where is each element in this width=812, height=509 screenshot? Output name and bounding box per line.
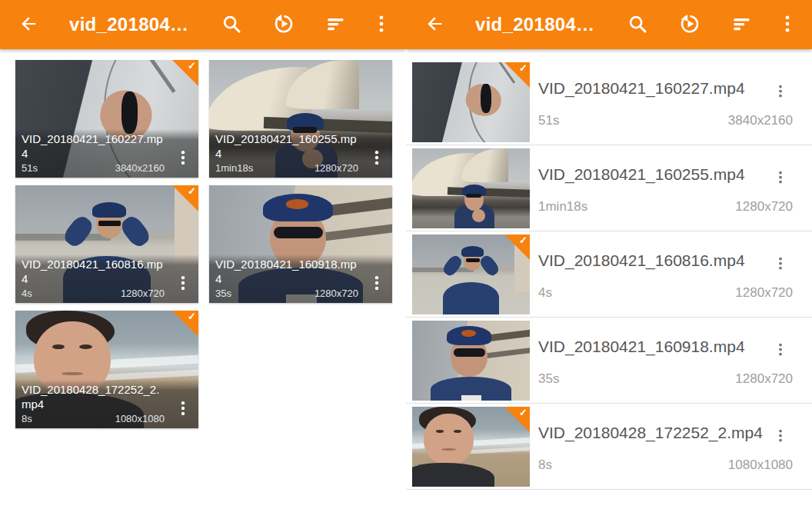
back-button[interactable] bbox=[423, 0, 446, 49]
video-list: ✓ VID_20180421_160227.mp4 51s 3840x2160 … bbox=[406, 49, 812, 490]
thumb-art bbox=[15, 234, 111, 241]
item-menu-button[interactable] bbox=[770, 425, 790, 448]
search-button[interactable] bbox=[612, 0, 663, 49]
thumbnail-image bbox=[412, 62, 530, 142]
thumbnail-image bbox=[412, 407, 530, 487]
video-thumbnail: ✓ bbox=[412, 321, 530, 401]
resume-playback-icon bbox=[678, 12, 701, 38]
thumb-art bbox=[466, 194, 481, 198]
video-duration: 4s bbox=[538, 285, 552, 301]
thumb-art bbox=[441, 254, 464, 278]
item-menu-button[interactable] bbox=[770, 81, 790, 104]
video-filename: VID_20180421_160255.mp4 bbox=[538, 165, 745, 184]
item-menu-button[interactable] bbox=[174, 396, 192, 422]
resume-playback-button[interactable] bbox=[663, 0, 717, 49]
overflow-menu-button[interactable] bbox=[361, 0, 401, 49]
video-filename: VID_20180421_160918.mp4 bbox=[538, 338, 745, 356]
video-filename: VID_20180428_172252_2.mp4 bbox=[22, 382, 166, 411]
video-info-overlay: VID_20180421_160918.mp4 35s1280x720 bbox=[209, 254, 392, 303]
video-grid-item[interactable]: ✓ VID_20180421_160918.mp4 35s1280x720 bbox=[209, 185, 392, 303]
video-duration: 1min18s bbox=[538, 199, 587, 215]
video-filename: VID_20180421_160227.mp4 bbox=[22, 131, 166, 161]
back-arrow-icon bbox=[424, 13, 445, 37]
more-options-icon bbox=[771, 167, 790, 191]
item-menu-button[interactable] bbox=[770, 339, 790, 362]
more-options-icon bbox=[175, 271, 191, 298]
resume-playback-button[interactable] bbox=[257, 0, 311, 49]
thumb-art bbox=[286, 199, 308, 208]
thumb-art bbox=[62, 213, 96, 249]
video-thumbnail: ✓ bbox=[412, 235, 530, 314]
video-thumbnail: ✓ bbox=[412, 148, 530, 228]
video-duration: 35s bbox=[538, 371, 559, 387]
app-window: vid_201804… ✓ VID_20180421_160227 bbox=[0, 0, 812, 509]
check-icon: ✓ bbox=[188, 61, 196, 71]
video-filename: VID_20180421_160816.mp4 bbox=[538, 251, 745, 270]
video-resolution: 1280x720 bbox=[735, 371, 793, 387]
more-options-icon bbox=[777, 13, 798, 37]
back-arrow-icon bbox=[18, 13, 39, 37]
item-menu-button[interactable] bbox=[770, 253, 790, 276]
check-icon: ✓ bbox=[519, 235, 527, 245]
video-filename: VID_20180421_160918.mp4 bbox=[215, 257, 360, 286]
item-menu-button[interactable] bbox=[174, 271, 192, 297]
thumb-art bbox=[472, 209, 485, 222]
check-icon: ✓ bbox=[188, 311, 196, 321]
thumb-art bbox=[461, 395, 481, 401]
video-list-item[interactable]: ✓ VID_20180421_160227.mp4 51s 3840x2160 bbox=[406, 59, 812, 145]
sort-button[interactable] bbox=[311, 0, 361, 49]
video-grid-item[interactable]: ✓ VID_20180428_172252_2.mp4 8s1080x1080 bbox=[15, 311, 198, 428]
more-options-icon bbox=[175, 396, 191, 423]
item-menu-button[interactable] bbox=[174, 145, 192, 171]
page-title: vid_201804… bbox=[475, 14, 612, 35]
thumbnail-image bbox=[412, 148, 530, 228]
more-options-icon bbox=[175, 145, 191, 172]
item-menu-button[interactable] bbox=[368, 271, 386, 297]
sort-button[interactable] bbox=[717, 0, 767, 49]
resume-playback-icon bbox=[272, 12, 295, 38]
video-duration: 51s bbox=[22, 162, 38, 174]
item-menu-button[interactable] bbox=[770, 167, 790, 190]
more-options-icon bbox=[771, 81, 790, 105]
thumb-art bbox=[424, 414, 473, 465]
thumb-art bbox=[461, 246, 483, 257]
video-filename: VID_20180421_160816.mp4 bbox=[22, 257, 166, 286]
video-resolution: 1280x720 bbox=[314, 288, 358, 299]
video-list-item[interactable]: ✓ VID_20180428_172252_2.mp4 8s 1080x1080 bbox=[406, 404, 812, 490]
app-toolbar: vid_201804… bbox=[0, 0, 406, 49]
item-menu-button[interactable] bbox=[368, 145, 386, 171]
video-filename: VID_20180421_160227.mp4 bbox=[538, 79, 745, 98]
thumb-art bbox=[121, 91, 138, 134]
search-icon bbox=[626, 12, 649, 38]
grid-view-panel: vid_201804… ✓ VID_20180421_160227 bbox=[0, 0, 406, 509]
sort-icon bbox=[730, 12, 754, 38]
video-info-overlay: VID_20180428_172252_2.mp4 8s1080x1080 bbox=[15, 380, 198, 428]
video-grid-item[interactable]: ✓ VID_20180421_160255.mp4 1min18s1280x72… bbox=[209, 60, 392, 178]
video-list-item[interactable]: ✓ VID_20180421_160816.mp4 4s 1280x720 bbox=[406, 231, 812, 318]
video-list-item[interactable]: ✓ VID_20180421_160918.mp4 35s 1280x720 bbox=[406, 318, 812, 404]
thumb-art bbox=[412, 463, 494, 487]
more-options-icon bbox=[368, 271, 385, 298]
video-resolution: 1280x720 bbox=[735, 199, 793, 215]
video-duration: 8s bbox=[22, 413, 32, 424]
video-resolution: 3840x2160 bbox=[728, 113, 793, 128]
thumbnail-image bbox=[412, 235, 530, 314]
video-grid-item[interactable]: ✓ VID_20180421_160227.mp4 51s3840x2160 bbox=[15, 60, 198, 178]
video-resolution: 3840x2160 bbox=[115, 162, 165, 174]
thumbnail-image bbox=[412, 321, 530, 401]
video-grid-item[interactable]: ✓ VID_20180421_160816.mp4 4s1280x720 bbox=[15, 185, 198, 303]
thumb-art bbox=[454, 348, 485, 356]
more-options-icon bbox=[368, 145, 385, 172]
thumb-art bbox=[466, 258, 480, 262]
search-button[interactable] bbox=[206, 0, 257, 49]
video-resolution: 1280x720 bbox=[121, 288, 165, 299]
video-filename: VID_20180428_172252_2.mp4 bbox=[538, 424, 763, 442]
back-button[interactable] bbox=[17, 0, 40, 49]
video-resolution: 1080x1080 bbox=[115, 413, 165, 424]
overflow-menu-button[interactable] bbox=[767, 0, 807, 49]
page-title: vid_201804… bbox=[69, 14, 206, 35]
app-toolbar: vid_201804… bbox=[406, 0, 812, 49]
video-list-item[interactable]: ✓ VID_20180421_160255.mp4 1min18s 1280x7… bbox=[406, 145, 812, 231]
video-resolution: 1280x720 bbox=[314, 162, 358, 174]
video-duration: 51s bbox=[538, 113, 559, 128]
